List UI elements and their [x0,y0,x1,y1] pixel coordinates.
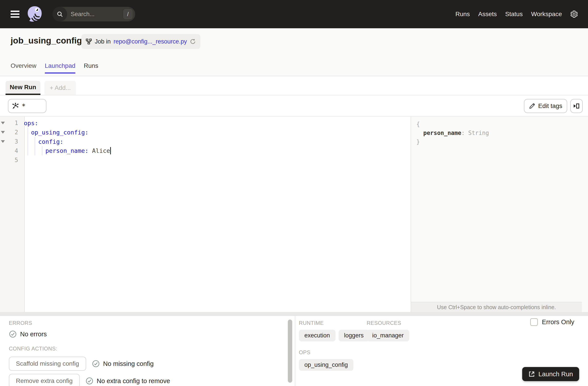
check-circle-icon [92,360,100,368]
schema-key[interactable]: person_name [423,130,461,136]
errors-panel: ERRORS No errors CONFIG ACTIONS: Scaffol… [0,316,295,386]
dagster-logo[interactable] [26,5,44,23]
yaml-key: config: [24,138,63,145]
tag-row: * Edit tags [0,95,588,117]
job-badge-prefix: Job in [95,38,111,45]
launch-run-label: Launch Run [539,370,573,378]
tab-launchpad[interactable]: Launchpad [45,62,76,74]
session-tab-new-run[interactable]: New Run [5,81,41,95]
line-number: 1 [6,120,22,126]
page-tabs: Overview Launchpad Runs [11,62,98,74]
check-circle-icon [9,330,17,338]
job-origin-badge: Job in repo@config..._resource.py [81,34,200,49]
code-line[interactable]: 5 [0,155,411,165]
code-line[interactable]: 3 config: [0,137,411,146]
errors-only-checkbox[interactable] [530,318,538,326]
line-number: 2 [6,129,22,136]
line-number: 4 [6,147,22,154]
indent-guide [35,137,35,155]
autocomplete-hint: Use Ctrl+Space to show auto-completions … [411,302,582,312]
runtime-tag-loggers[interactable]: loggers [339,330,369,341]
search-input[interactable]: Search... / [53,7,135,21]
runtime-tag-execution[interactable]: execution [299,330,336,341]
op-selector-input[interactable]: * [8,99,46,113]
panel-scrollbar-thumb[interactable] [288,320,292,383]
search-icon [53,7,67,21]
extra-config-status: No extra config to remove [97,377,170,385]
missing-config-status: No missing config [103,360,154,367]
edit-tags-label: Edit tags [538,102,562,110]
search-placeholder: Search... [71,11,95,18]
expand-panel-button[interactable] [570,99,583,113]
resources-tag-io-manager[interactable]: io_manager [367,330,409,341]
launch-run-button[interactable]: Launch Run [522,367,579,381]
scaffold-missing-config-button[interactable]: Scaffold missing config [9,357,86,371]
hamburger-menu-icon[interactable] [11,11,20,18]
op-selector-value: * [22,102,26,110]
config-schema-panel: { person_name: String } Use Ctrl+Space t… [411,117,588,312]
errors-only-toggle[interactable]: Errors Only [530,318,574,326]
nav-link-workspace[interactable]: Workspace [531,11,562,18]
nav-link-runs[interactable]: Runs [456,11,470,18]
reload-icon[interactable] [190,39,196,45]
config-actions-label: CONFIG ACTIONS: [9,345,295,352]
runtime-label: RUNTIME [299,320,367,326]
pencil-icon [529,103,535,109]
session-tabstrip: New Run + Add... [0,77,588,95]
yaml-key: ops: [24,120,38,126]
errors-status: No errors [20,331,47,338]
nav-link-assets[interactable]: Assets [478,11,497,18]
fold-arrow-icon[interactable] [1,140,5,143]
nav-link-status[interactable]: Status [505,11,523,18]
yaml-key: op_using_config: [24,129,89,136]
page-header: job_using_config Job in repo@config..._r… [0,28,588,76]
code-line[interactable]: 2 op_using_config: [0,128,411,137]
fold-arrow-icon[interactable] [1,131,5,134]
ops-tag-op-using-config[interactable]: op_using_config [299,359,354,371]
page-title: job_using_config [11,36,82,45]
resources-label: RESOURCES [367,320,409,326]
horizontal-splitter[interactable] [0,312,588,316]
job-repo-link[interactable]: repo@config..._resource.py [114,38,187,45]
errors-only-label: Errors Only [542,318,574,326]
session-tab-add[interactable]: + Add... [44,81,76,95]
tab-runs[interactable]: Runs [84,62,98,74]
line-number: 3 [6,138,22,145]
edit-tags-button[interactable]: Edit tags [524,99,567,113]
fold-arrow-icon[interactable] [1,122,5,124]
line-number: 5 [6,157,22,163]
search-shortcut-badge: / [124,9,132,19]
launch-icon [528,371,535,377]
check-circle-icon [85,377,93,385]
nav-links: Runs Assets Status Workspace [456,11,562,18]
yaml-key: person_name: [24,147,89,154]
op-graph-icon [12,102,19,110]
schema-body: { person_name: String } [411,117,588,146]
indent-guide [42,146,42,155]
config-editor[interactable]: 1 ops: 2 op_using_config: 3 config: 4 pe… [0,117,411,312]
code-line[interactable]: 4 person_name: Alice [0,146,411,155]
indent-guide [28,128,28,155]
tab-overview[interactable]: Overview [11,62,37,74]
remove-extra-config-button[interactable]: Remove extra config [9,374,80,386]
top-navbar: Search... / Runs Assets Status Workspace [0,0,588,28]
launchpad-main: 1 ops: 2 op_using_config: 3 config: 4 pe… [0,117,588,312]
bottom-panel: ERRORS No errors CONFIG ACTIONS: Scaffol… [0,316,588,386]
code-line[interactable]: 1 ops: [0,118,411,128]
errors-label: ERRORS [9,320,295,326]
ops-label: OPS [299,349,367,356]
text-caret [110,147,111,154]
panel-expand-icon [573,103,580,109]
job-icon [86,39,92,45]
gear-icon[interactable] [570,10,578,18]
